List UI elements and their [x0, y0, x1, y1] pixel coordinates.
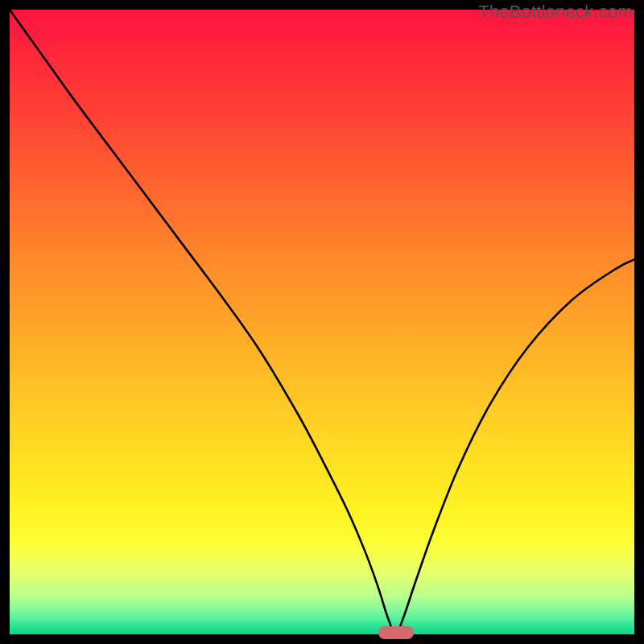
watermark-text: TheBottleneck.com: [478, 2, 633, 23]
optimal-marker: [378, 626, 414, 639]
chart-frame: TheBottleneck.com: [0, 0, 644, 644]
chart-plot-area: [10, 10, 634, 634]
